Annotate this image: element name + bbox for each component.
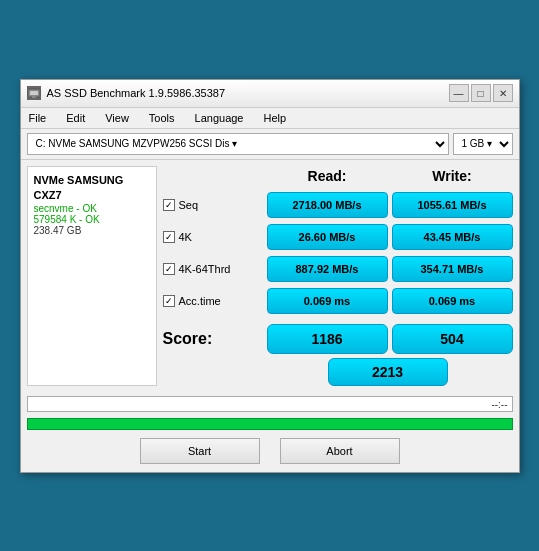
acctime-write: 0.069 ms <box>392 288 513 314</box>
svg-rect-2 <box>32 96 36 98</box>
drive-size: 238.47 GB <box>34 225 150 236</box>
score-write: 504 <box>392 324 513 354</box>
menu-bar: File Edit View Tools Language Help <box>21 108 519 129</box>
total-row: 2213 <box>163 358 513 386</box>
minimize-button[interactable]: — <box>449 84 469 102</box>
4k-write: 43.45 MB/s <box>392 224 513 250</box>
acctime-read: 0.069 ms <box>267 288 388 314</box>
4k64thrd-checkbox[interactable]: ✓ <box>163 263 175 275</box>
maximize-button[interactable]: □ <box>471 84 491 102</box>
button-row: Start Abort <box>21 434 519 472</box>
abort-button[interactable]: Abort <box>280 438 400 464</box>
score-label: Score: <box>163 330 263 348</box>
app-icon <box>27 86 41 100</box>
score-section: Score: 1186 504 2213 <box>163 322 513 386</box>
seq-read: 2718.00 MB/s <box>267 192 388 218</box>
score-row: Score: 1186 504 <box>163 322 513 356</box>
start-button[interactable]: Start <box>140 438 260 464</box>
title-bar: AS SSD Benchmark 1.9.5986.35387 — □ ✕ <box>21 80 519 108</box>
seq-label: ✓ Seq <box>163 199 263 211</box>
4k64thrd-write: 354.71 MB/s <box>392 256 513 282</box>
acctime-row: ✓ Acc.time 0.069 ms 0.069 ms <box>163 286 513 316</box>
drive-name-line2: CXZ7 <box>34 188 150 203</box>
menu-tools[interactable]: Tools <box>145 110 179 126</box>
window-title: AS SSD Benchmark 1.9.5986.35387 <box>47 87 449 99</box>
read-header: Read: <box>267 166 388 186</box>
score-read: 1186 <box>267 324 388 354</box>
toolbar: C: NVMe SAMSUNG MZVPW256 SCSI Dis ▾ 1 GB… <box>21 129 519 160</box>
close-button[interactable]: ✕ <box>493 84 513 102</box>
4k64thrd-read: 887.92 MB/s <box>267 256 388 282</box>
status-secnvme: secnvme - OK <box>34 203 150 214</box>
main-window: AS SSD Benchmark 1.9.5986.35387 — □ ✕ Fi… <box>20 79 520 473</box>
menu-edit[interactable]: Edit <box>62 110 89 126</box>
seq-row: ✓ Seq 2718.00 MB/s 1055.61 MB/s <box>163 190 513 220</box>
seq-checkbox[interactable]: ✓ <box>163 199 175 211</box>
drive-info-panel: NVMe SAMSUNG CXZ7 secnvme - OK 579584 K … <box>27 166 157 386</box>
4k-row: ✓ 4K 26.60 MB/s 43.45 MB/s <box>163 222 513 252</box>
4k-label: ✓ 4K <box>163 231 263 243</box>
4k-checkbox[interactable]: ✓ <box>163 231 175 243</box>
menu-view[interactable]: View <box>101 110 133 126</box>
results-header: Read: Write: <box>163 166 513 186</box>
acctime-checkbox[interactable]: ✓ <box>163 295 175 307</box>
main-content: NVMe SAMSUNG CXZ7 secnvme - OK 579584 K … <box>21 160 519 392</box>
progress-time: --:-- <box>491 397 507 413</box>
drive-select[interactable]: C: NVMe SAMSUNG MZVPW256 SCSI Dis ▾ <box>27 133 449 155</box>
score-total: 2213 <box>328 358 448 386</box>
seq-write: 1055.61 MB/s <box>392 192 513 218</box>
4k-read: 26.60 MB/s <box>267 224 388 250</box>
menu-help[interactable]: Help <box>260 110 291 126</box>
write-header: Write: <box>392 166 513 186</box>
acctime-label: ✓ Acc.time <box>163 295 263 307</box>
results-panel: Read: Write: ✓ Seq 2718.00 MB/s 1055.61 … <box>163 166 513 386</box>
bottom-progress-bar <box>27 418 513 430</box>
menu-file[interactable]: File <box>25 110 51 126</box>
status-k: 579584 K - OK <box>34 214 150 225</box>
drive-name-line1: NVMe SAMSUNG <box>34 173 150 188</box>
window-controls: — □ ✕ <box>449 84 513 102</box>
svg-rect-1 <box>30 91 38 95</box>
progress-area: --:-- <box>21 392 519 418</box>
menu-language[interactable]: Language <box>191 110 248 126</box>
progress-bar-container: --:-- <box>27 396 513 412</box>
size-select[interactable]: 1 GB ▾ <box>453 133 513 155</box>
4k64thrd-row: ✓ 4K-64Thrd 887.92 MB/s 354.71 MB/s <box>163 254 513 284</box>
4k64thrd-label: ✓ 4K-64Thrd <box>163 263 263 275</box>
